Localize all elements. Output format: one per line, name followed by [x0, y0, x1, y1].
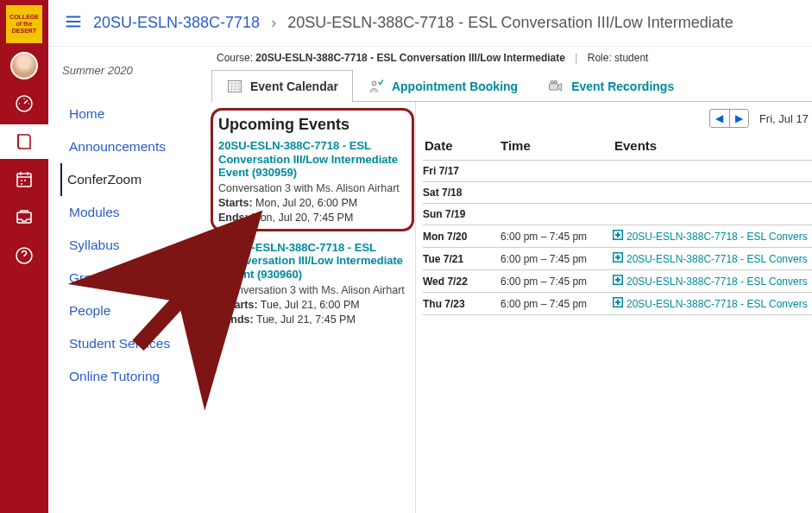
cal-date-cell: Wed 7/22 [423, 276, 500, 288]
tool-body: Upcoming Events 20SU-ESLN-388C-7718 - ES… [208, 102, 812, 513]
avatar-icon [10, 52, 38, 79]
cal-date-cell: Sun 7/19 [423, 208, 500, 220]
event-link[interactable]: 20SU-ESLN-388C-7718 - ESL Conversation I… [223, 241, 405, 282]
tab-event-recordings[interactable]: Event Recordings [532, 70, 689, 102]
cal-event-cell[interactable]: 20SU-ESLN-388C-7718 - ESL Convers [613, 230, 812, 243]
college-logo[interactable]: COLLEGE of the DESERT [4, 3, 44, 45]
main-area: 20SU-ESLN-388C-7718 › 20SU-ESLN-388C-771… [48, 0, 812, 513]
upcoming-heading: Upcoming Events [218, 116, 406, 134]
calendar-next-button[interactable]: ▶ [729, 110, 748, 127]
event-start-time: Starts: Mon, Jul 20, 6:00 PM [218, 197, 406, 209]
tab-appointment-booking[interactable]: Appointment Booking [353, 70, 532, 102]
course-nav-student-services[interactable]: Student Services [62, 327, 199, 360]
cal-time-cell: 6:00 pm – 7:45 pm [500, 231, 613, 243]
calendar-row: Fri 7/17 [423, 161, 812, 182]
breadcrumb-separator: › [271, 14, 276, 31]
course-nav-conferzoom[interactable]: ConferZoom [60, 163, 199, 196]
calendar-row: Wed 7/226:00 pm – 7:45 pm20SU-ESLN-388C-… [423, 270, 812, 293]
cal-event-cell[interactable]: 20SU-ESLN-388C-7718 - ESL Convers [613, 297, 812, 310]
help-icon [14, 245, 35, 266]
cal-event-link: 20SU-ESLN-388C-7718 - ESL Convers [626, 298, 808, 310]
hamburger-icon [64, 12, 83, 31]
video-camera-icon [547, 78, 564, 95]
event-end-time: Ends: Mon, Jul 20, 7:45 PM [218, 212, 406, 224]
cal-event-cell[interactable]: 20SU-ESLN-388C-7718 - ESL Convers [613, 275, 812, 288]
expand-icon [613, 252, 623, 265]
cal-date-cell: Mon 7/20 [423, 231, 500, 243]
menu-toggle-button[interactable] [64, 12, 83, 34]
calendar-row: Sun 7/19 [423, 204, 812, 225]
calendar-row: Tue 7/216:00 pm – 7:45 pm20SU-ESLN-388C-… [423, 248, 812, 270]
event-start-time: Starts: Tue, Jul 21, 6:00 PM [223, 299, 405, 311]
cal-time-cell: 6:00 pm – 7:45 pm [500, 253, 613, 265]
upcoming-event-highlighted: Upcoming Events 20SU-ESLN-388C-7718 - ES… [213, 111, 412, 229]
col-header-events: Events [613, 138, 812, 153]
calendar-current-date: Fri, Jul 17 [759, 112, 809, 125]
cal-time-cell: 6:00 pm – 7:45 pm [500, 298, 613, 310]
sidebar-courses[interactable] [0, 124, 48, 159]
book-icon [14, 131, 35, 152]
cal-date-cell: Sat 7/18 [423, 187, 500, 199]
course-nav-grades[interactable]: Grades [62, 262, 199, 294]
course-name-label: 20SU-ESLN-388C-7718 - ESL Conversation I… [255, 52, 565, 64]
term-label: Summer 2020 [62, 64, 199, 77]
sidebar-account[interactable] [0, 48, 48, 83]
calendar-row: Thu 7/236:00 pm – 7:45 pm20SU-ESLN-388C-… [423, 293, 812, 315]
calendar-row: Mon 7/206:00 pm – 7:45 pm20SU-ESLN-388C-… [423, 225, 812, 248]
calendar-nav-buttons: ◀ ▶ [709, 109, 749, 128]
course-nav: Summer 2020 HomeAnnouncementsConferZoomM… [48, 47, 208, 513]
upcoming-event: 20SU-ESLN-388C-7718 - ESL Conversation I… [222, 238, 406, 334]
event-link[interactable]: 20SU-ESLN-388C-7718 - ESL Conversation I… [218, 139, 406, 180]
col-header-date: Date [423, 138, 500, 153]
sidebar-help[interactable] [0, 238, 48, 273]
sidebar-calendar[interactable] [0, 162, 48, 197]
course-nav-home[interactable]: Home [62, 98, 199, 130]
svg-rect-6 [550, 84, 558, 91]
content-area: Summer 2020 HomeAnnouncementsConferZoomM… [48, 47, 812, 513]
calendar-icon [14, 169, 35, 190]
expand-icon [613, 275, 623, 288]
tab-label: Appointment Booking [392, 79, 518, 93]
calendar-row: Sat 7/18 [423, 182, 812, 204]
cal-event-cell[interactable]: 20SU-ESLN-388C-7718 - ESL Convers [613, 252, 812, 265]
course-nav-syllabus[interactable]: Syllabus [62, 229, 199, 262]
calendar-panel: ◀ ▶ Fri, Jul 17 Date Time Events Fri 7/1… [415, 102, 812, 513]
upcoming-panel: Upcoming Events 20SU-ESLN-388C-7718 - ES… [208, 102, 415, 513]
expand-icon [613, 297, 623, 310]
calendar-grid-icon [226, 78, 243, 95]
event-description: Conversation 3 with Ms. Alison Airhart [223, 284, 405, 296]
divider: | [575, 52, 577, 64]
topbar: 20SU-ESLN-388C-7718 › 20SU-ESLN-388C-771… [48, 0, 812, 47]
tab-label: Event Recordings [571, 79, 674, 93]
expand-icon [613, 230, 623, 243]
inbox-icon [14, 207, 35, 228]
col-header-time: Time [500, 138, 613, 153]
cal-event-link: 20SU-ESLN-388C-7718 - ESL Convers [626, 231, 808, 243]
role-prefix-label: Role: [588, 52, 614, 64]
cal-date-cell: Thu 7/23 [423, 298, 500, 310]
sidebar-inbox[interactable] [0, 200, 48, 235]
appointment-icon [368, 78, 385, 95]
svg-point-8 [554, 80, 557, 83]
course-nav-people[interactable]: People [62, 294, 199, 327]
svg-point-7 [551, 80, 553, 83]
breadcrumb: 20SU-ESLN-388C-7718 › 20SU-ESLN-388C-771… [93, 14, 733, 32]
cal-time-cell: 6:00 pm – 7:45 pm [500, 276, 613, 288]
breadcrumb-page-title: 20SU-ESLN-388C-7718 - ESL Conversation I… [287, 14, 733, 31]
tool-header: Course: 20SU-ESLN-388C-7718 - ESL Conver… [208, 52, 812, 69]
event-end-time: Ends: Tue, Jul 21, 7:45 PM [223, 314, 405, 326]
tab-bar: Event Calendar Appointment Booking Event… [211, 69, 812, 102]
svg-point-5 [372, 81, 376, 86]
cal-event-link: 20SU-ESLN-388C-7718 - ESL Convers [626, 276, 808, 288]
tab-label: Event Calendar [250, 79, 338, 93]
tab-event-calendar[interactable]: Event Calendar [211, 70, 353, 102]
course-nav-modules[interactable]: Modules [62, 196, 199, 229]
role-value: student [614, 52, 648, 64]
course-nav-online-tutoring[interactable]: Online Tutoring [62, 360, 199, 393]
course-nav-announcements[interactable]: Announcements [62, 130, 199, 163]
course-prefix-label: Course: [217, 52, 255, 64]
calendar-prev-button[interactable]: ◀ [710, 110, 729, 127]
cal-date-cell: Tue 7/21 [423, 253, 500, 265]
sidebar-dashboard[interactable] [0, 86, 48, 121]
breadcrumb-course-link[interactable]: 20SU-ESLN-388C-7718 [93, 14, 260, 31]
